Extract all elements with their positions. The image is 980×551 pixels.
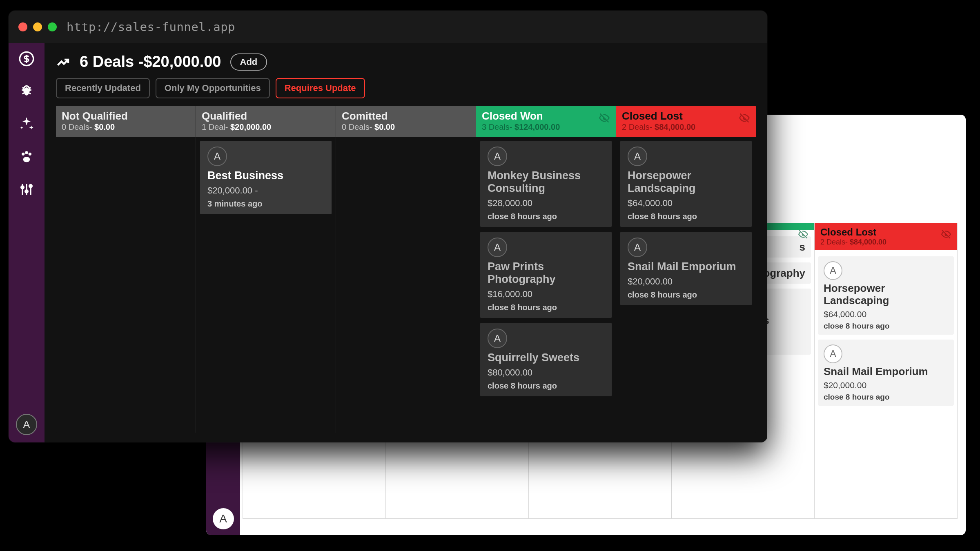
user-avatar[interactable]: A: [16, 414, 37, 435]
column-body: [336, 137, 476, 433]
filter-recently-updated[interactable]: Recently Updated: [56, 78, 150, 98]
sparkle-icon[interactable]: [18, 116, 35, 132]
light-avatar[interactable]: A: [213, 508, 234, 529]
minimize-window-button[interactable]: [33, 22, 42, 31]
column-header[interactable]: Closed Lost2 Deals- $84,000.00: [616, 106, 756, 137]
foreground-app-window: http://sales-funnel.app: [9, 11, 767, 442]
page-header: 6 Deals -$20,000.00 Add: [56, 53, 756, 71]
column-title: Not Qualified: [62, 110, 190, 122]
deal-name: Squirrelly Sweets: [488, 351, 604, 364]
col-amount: $84,000.00: [850, 238, 886, 246]
svg-point-8: [29, 184, 32, 187]
deal-time: close 8 hours ago: [488, 303, 604, 312]
deal-card[interactable]: A Horsepower Landscaping $64,000.00 clos…: [818, 256, 954, 335]
column-body: [56, 137, 196, 433]
svg-point-5: [23, 157, 30, 162]
deal-time: close 8 hours ago: [488, 212, 604, 221]
deal-amount: $20,000.00 -: [207, 185, 324, 196]
col-count: 1 Deal-: [202, 122, 230, 131]
app-sidebar: A: [9, 43, 45, 442]
column-subtitle: 2 Deals- $84,000.00: [622, 122, 750, 132]
filter-only-my-opportunities[interactable]: Only My Opportunities: [156, 78, 270, 98]
light-col-title: Closed Lost: [820, 227, 951, 238]
col-count: 2 Deals-: [820, 238, 850, 246]
deal-avatar: A: [207, 147, 227, 166]
deal-amount: $20,000.00: [824, 380, 948, 390]
deal-card[interactable]: ABest Business$20,000.00 -3 minutes ago: [200, 141, 332, 214]
close-window-button[interactable]: [18, 22, 27, 31]
svg-point-1: [24, 87, 29, 96]
deal-avatar: A: [488, 329, 507, 348]
deal-avatar: A: [628, 238, 647, 257]
deal-avatar: A: [824, 344, 842, 363]
kanban-column-comitted: Comitted0 Deals- $0.00: [336, 106, 476, 433]
filter-row: Recently Updated Only My Opportunities R…: [56, 78, 756, 98]
col-amount: $0.00: [374, 122, 395, 131]
deal-avatar: A: [628, 147, 647, 166]
deal-card[interactable]: A Snail Mail Emporium $20,000.00 close 8…: [818, 340, 954, 406]
column-subtitle: 0 Deals- $0.00: [342, 122, 470, 132]
deal-card[interactable]: AHorsepower Landscaping$64,000.00close 8…: [620, 141, 752, 227]
trending-up-icon: [56, 55, 71, 69]
col-amount: $84,000.00: [655, 122, 695, 131]
column-body: AMonkey Business Consulting$28,000.00clo…: [476, 137, 616, 433]
deal-card[interactable]: ASnail Mail Emporium$20,000.00close 8 ho…: [620, 232, 752, 305]
dollar-icon[interactable]: [18, 51, 35, 67]
light-col-sub: 2 Deals- $84,000.00: [820, 238, 951, 247]
column-header[interactable]: Closed Won3 Deals- $124,000.00: [476, 106, 616, 137]
svg-point-3: [25, 151, 28, 154]
eye-off-icon[interactable]: [739, 112, 750, 124]
column-header[interactable]: Not Qualified0 Deals- $0.00: [56, 106, 196, 137]
column-title: Closed Lost: [622, 110, 750, 122]
kanban-column-closed_won: Closed Won3 Deals- $124,000.00AMonkey Bu…: [476, 106, 616, 433]
kanban-column-not_qualified: Not Qualified0 Deals- $0.00: [56, 106, 196, 433]
column-subtitle: 0 Deals- $0.00: [62, 122, 190, 132]
deal-name: ography: [763, 267, 805, 280]
deal-avatar: A: [488, 238, 507, 257]
filter-requires-update[interactable]: Requires Update: [276, 78, 365, 98]
column-header[interactable]: Comitted0 Deals- $0.00: [336, 106, 476, 137]
paw-icon[interactable]: [18, 149, 35, 165]
deal-amount: $16,000.00: [488, 289, 604, 300]
eye-off-icon[interactable]: [599, 112, 610, 124]
kanban-column-closed_lost: Closed Lost2 Deals- $84,000.00AHorsepowe…: [616, 106, 756, 433]
bug-icon[interactable]: [18, 83, 35, 100]
window-title-bar: http://sales-funnel.app: [9, 11, 767, 43]
col-count: 3 Deals-: [482, 122, 514, 131]
kanban-board: Not Qualified0 Deals- $0.00Qualified1 De…: [56, 106, 756, 433]
deal-time: 3 minutes ago: [207, 199, 324, 209]
zoom-window-button[interactable]: [48, 22, 57, 31]
deal-time: close 8 hours ago: [824, 393, 948, 402]
deal-name: Monkey Business Consulting: [488, 169, 604, 195]
col-amount: $124,000.00: [514, 122, 560, 131]
col-count: 0 Deals-: [342, 122, 374, 131]
column-subtitle: 3 Deals- $124,000.00: [482, 122, 610, 132]
deal-name: Horsepower Landscaping: [824, 282, 948, 307]
light-col-header-lost: Closed Lost 2 Deals- $84,000.00: [815, 223, 957, 250]
eye-off-icon[interactable]: [798, 229, 808, 240]
deal-time: close 8 hours ago: [628, 290, 744, 300]
address-url[interactable]: http://sales-funnel.app: [67, 20, 235, 34]
deal-name: Snail Mail Emporium: [628, 260, 744, 273]
deal-card[interactable]: AMonkey Business Consulting$28,000.00clo…: [480, 141, 612, 227]
column-title: Closed Won: [482, 110, 610, 122]
column-header[interactable]: Qualified1 Deal- $20,000.00: [196, 106, 336, 137]
deal-time: close 8 hours ago: [628, 212, 744, 221]
deal-name: Best Business: [207, 169, 324, 182]
column-body: AHorsepower Landscaping$64,000.00close 8…: [616, 137, 756, 433]
svg-point-6: [21, 186, 24, 189]
deal-card[interactable]: ASquirrelly Sweets$80,000.00close 8 hour…: [480, 323, 612, 396]
deal-amount: $64,000.00: [628, 198, 744, 209]
deal-amount: $80,000.00: [488, 367, 604, 378]
deal-name: s: [800, 241, 805, 253]
eye-off-icon[interactable]: [941, 229, 951, 240]
page-title: 6 Deals -$20,000.00: [80, 53, 221, 71]
deal-card[interactable]: APaw Prints Photography$16,000.00close 8…: [480, 232, 612, 318]
deal-amount: $20,000.00: [628, 276, 744, 287]
deal-time: close 8 hours ago: [488, 381, 604, 391]
svg-point-7: [25, 190, 28, 193]
deal-avatar: A: [824, 261, 842, 280]
sliders-icon[interactable]: [18, 181, 35, 198]
kanban-column-qualified: Qualified1 Deal- $20,000.00ABest Busines…: [196, 106, 336, 433]
add-button[interactable]: Add: [230, 53, 267, 71]
